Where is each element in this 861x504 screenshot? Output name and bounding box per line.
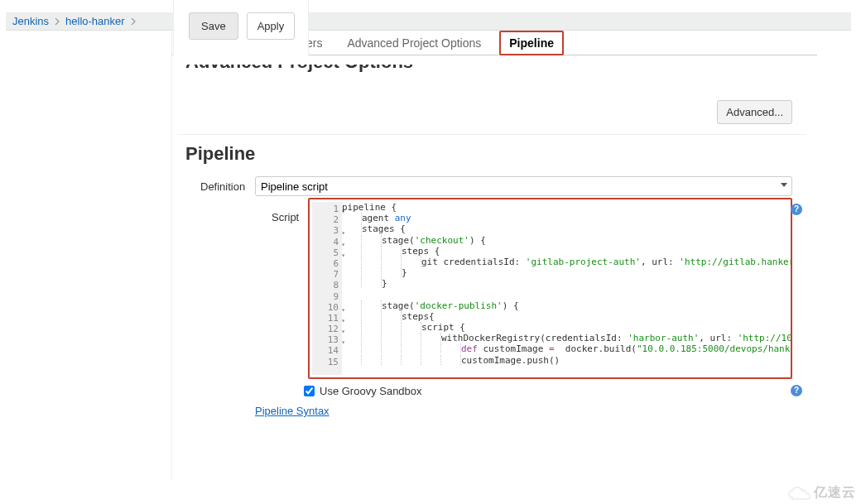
apply-button[interactable]: Apply — [247, 12, 296, 40]
config-panel: General Build Triggers Advanced Project … — [171, 31, 817, 481]
watermark: 亿速云 — [787, 484, 856, 502]
advanced-button[interactable]: Advanced... — [717, 100, 792, 124]
divider — [177, 134, 806, 135]
tab-pipeline[interactable]: Pipeline — [499, 31, 564, 55]
chevron-right-icon — [131, 18, 136, 25]
footer-actions: Save Apply — [173, 0, 309, 55]
tab-advanced-options[interactable]: Advanced Project Options — [340, 31, 488, 55]
breadcrumb-hello-hanker[interactable]: hello-hanker — [65, 15, 125, 27]
script-label: Script — [272, 211, 299, 223]
help-icon[interactable]: ? — [791, 204, 802, 215]
save-button[interactable]: Save — [189, 12, 238, 40]
definition-row: Definition Pipeline script — [172, 176, 792, 196]
breadcrumb-bar: Jenkins hello-hanker — [6, 12, 851, 31]
sandbox-checkbox[interactable] — [304, 386, 315, 396]
breadcrumb-jenkins[interactable]: Jenkins — [12, 15, 49, 27]
editor-gutter: 1▾23▾4▾5▾678910▾11▾12▾13▾1415 — [312, 202, 342, 375]
definition-select[interactable]: Pipeline script — [255, 176, 792, 196]
sandbox-row: Use Groovy Sandbox — [304, 385, 799, 397]
help-icon[interactable]: ? — [791, 385, 802, 396]
definition-label: Definition — [172, 180, 262, 193]
section-title-pipeline: Pipeline — [185, 143, 255, 165]
chevron-right-icon — [55, 18, 60, 25]
sandbox-label: Use Groovy Sandbox — [320, 385, 422, 397]
pipeline-syntax-link[interactable]: Pipeline Syntax — [255, 405, 329, 417]
script-editor[interactable]: 1▾23▾4▾5▾678910▾11▾12▾13▾1415 pipeline {… — [308, 198, 792, 379]
editor-code[interactable]: pipeline {agent anystages {stage('checko… — [342, 202, 791, 375]
